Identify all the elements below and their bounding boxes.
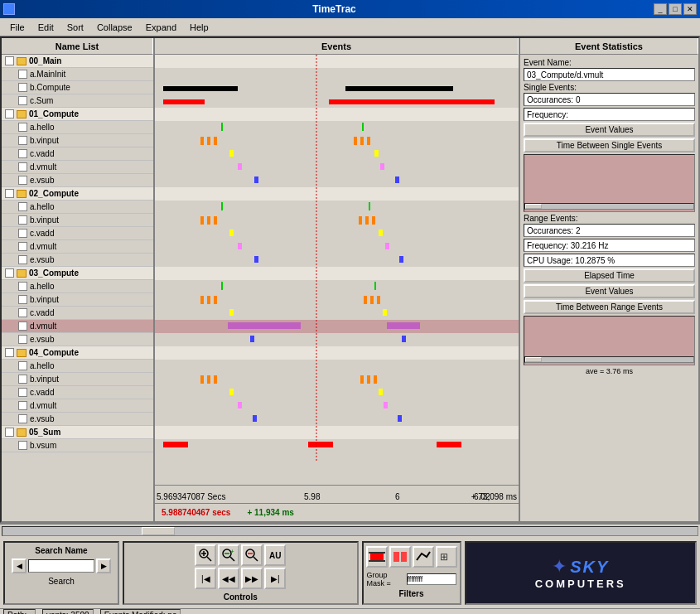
row-02-vsub[interactable]: e.vsub [2, 254, 153, 267]
single-scrollbar-thumb[interactable] [525, 204, 542, 209]
menu-help[interactable]: Help [183, 21, 215, 34]
range-events-scrollbar[interactable] [524, 356, 694, 363]
row-02-vmult[interactable]: d.vmult [2, 240, 153, 254]
zoom-in-button[interactable] [195, 544, 216, 566]
row-01-vsub[interactable]: e.vsub [2, 174, 153, 187]
checkbox-01-vsub[interactable] [18, 176, 27, 185]
checkbox-01-hello[interactable] [18, 123, 27, 132]
main-scrollbar[interactable] [2, 526, 698, 536]
event-values-range-button[interactable]: Event Values [524, 284, 695, 298]
range-events-graph: 0.000876 0.006644 [524, 316, 695, 365]
checkbox-00-main[interactable] [5, 56, 14, 65]
row-04-vinput[interactable]: b.vinput [2, 373, 153, 386]
checkbox-maininit[interactable] [18, 70, 27, 79]
group-04-compute[interactable]: 04_Compute [2, 346, 153, 360]
checkbox-c-sum[interactable] [18, 96, 27, 105]
row-02-hello[interactable]: a.hello [2, 201, 153, 214]
search-input[interactable] [28, 559, 94, 573]
stats-header: Event Statistics [520, 38, 698, 55]
group-05-sum[interactable]: 05_Sum [2, 426, 153, 439]
row-03-vinput[interactable]: b.vinput [2, 293, 153, 307]
group-03-compute[interactable]: 03_Compute [2, 267, 153, 280]
row-00-compute[interactable]: b.Compute [2, 81, 153, 94]
close-button[interactable]: ✕ [683, 3, 697, 15]
row-04-vsub[interactable]: e.vsub [2, 413, 153, 426]
group-00-main[interactable]: 00_Main [2, 55, 153, 68]
checkbox-03-vmult[interactable] [18, 322, 27, 331]
checkbox-03-compute[interactable] [5, 268, 14, 278]
row-01-vinput[interactable]: b.vinput [2, 134, 153, 147]
checkbox-02-hello[interactable] [18, 202, 27, 211]
time-between-single-button[interactable]: Time Between Single Events [524, 138, 695, 152]
checkbox-04-vmult[interactable] [18, 401, 27, 410]
checkbox-02-vadd[interactable] [18, 229, 27, 238]
row-00-sum[interactable]: c.Sum [2, 94, 153, 108]
elapsed-time-button[interactable]: Elapsed Time [524, 268, 695, 283]
filter-btn-3[interactable] [413, 546, 434, 568]
search-prev-button[interactable]: ◀ [12, 558, 27, 573]
checkbox-02-vinput[interactable] [18, 215, 27, 225]
row-05-vsum[interactable]: b.vsum [2, 439, 153, 452]
checkbox-b-compute[interactable] [18, 83, 27, 92]
group-02-compute[interactable]: 02_Compute [2, 187, 153, 201]
menu-file[interactable]: File [3, 21, 31, 34]
menu-sort[interactable]: Sort [60, 21, 90, 34]
row-01-hello[interactable]: a.hello [2, 121, 153, 134]
checkbox-01-vinput[interactable] [18, 136, 27, 145]
goto-start-button[interactable]: |◀ [195, 568, 216, 589]
step-back-button[interactable]: ◀◀ [218, 568, 239, 589]
checkbox-05-sum[interactable] [5, 428, 14, 437]
checkbox-04-vsub[interactable] [18, 414, 27, 423]
main-scrollbar-thumb[interactable] [142, 527, 175, 535]
row-02-vadd[interactable]: c.vadd [2, 227, 153, 240]
checkbox-02-vmult[interactable] [18, 242, 27, 251]
step-forward-button[interactable]: ▶▶ [241, 568, 263, 589]
row-02-vinput[interactable]: b.vinput [2, 214, 153, 227]
checkbox-03-hello[interactable] [18, 282, 27, 291]
filter-btn-2[interactable] [389, 546, 411, 568]
menu-expand[interactable]: Expand [139, 21, 183, 34]
row-00-maininit[interactable]: a.MainInit [2, 68, 153, 81]
maximize-button[interactable]: □ [669, 3, 682, 15]
event-values-single-button[interactable]: Event Values [524, 123, 695, 137]
checkbox-04-compute[interactable] [5, 348, 14, 357]
minimize-button[interactable]: _ [654, 3, 667, 15]
checkbox-01-vmult[interactable] [18, 162, 27, 172]
checkbox-04-vinput[interactable] [18, 375, 27, 384]
single-events-scrollbar[interactable] [524, 203, 694, 210]
checkbox-03-vsub[interactable] [18, 335, 27, 344]
checkbox-03-vinput[interactable] [18, 295, 27, 304]
checkbox-03-vadd[interactable] [18, 308, 27, 317]
row-04-vmult[interactable]: d.vmult [2, 399, 153, 413]
menu-edit[interactable]: Edit [31, 21, 60, 34]
filter-btn-1[interactable] [366, 546, 388, 568]
row-04-hello[interactable]: a.hello [2, 360, 153, 373]
group-mask-input[interactable] [407, 573, 456, 585]
single-frequency-field: Frequency: [524, 108, 695, 121]
checkbox-02-compute[interactable] [5, 189, 14, 198]
range-scrollbar-thumb[interactable] [525, 357, 542, 362]
fit-all-button[interactable]: AU [264, 544, 286, 566]
checkbox-01-compute[interactable] [5, 109, 14, 118]
svg-rect-58 [377, 296, 380, 304]
time-between-range-button[interactable]: Time Between Range Events [524, 300, 695, 314]
checkbox-04-hello[interactable] [18, 361, 27, 370]
search-next-button[interactable]: ▶ [96, 558, 111, 573]
row-04-vadd[interactable]: c.vadd [2, 386, 153, 399]
goto-end-button[interactable]: ▶| [264, 568, 286, 589]
checkbox-02-vsub[interactable] [18, 255, 27, 264]
filter-btn-4[interactable]: ⊞ [436, 546, 457, 568]
row-03-hello[interactable]: a.hello [2, 280, 153, 293]
row-01-vadd[interactable]: c.vadd [2, 147, 153, 161]
menu-collapse[interactable]: Collapse [90, 21, 139, 34]
row-01-vmult[interactable]: d.vmult [2, 161, 153, 174]
row-03-vsub[interactable]: e.vsub [2, 333, 153, 346]
checkbox-05-vsum[interactable] [18, 441, 27, 450]
checkbox-01-vadd[interactable] [18, 149, 27, 158]
row-03-vmult[interactable]: d.vmult [2, 320, 153, 333]
zoom-in-right-button[interactable]: + [218, 544, 239, 566]
row-03-vadd[interactable]: c.vadd [2, 307, 153, 320]
zoom-out-button[interactable] [241, 544, 263, 566]
group-01-compute[interactable]: 01_Compute [2, 108, 153, 121]
checkbox-04-vadd[interactable] [18, 388, 27, 397]
